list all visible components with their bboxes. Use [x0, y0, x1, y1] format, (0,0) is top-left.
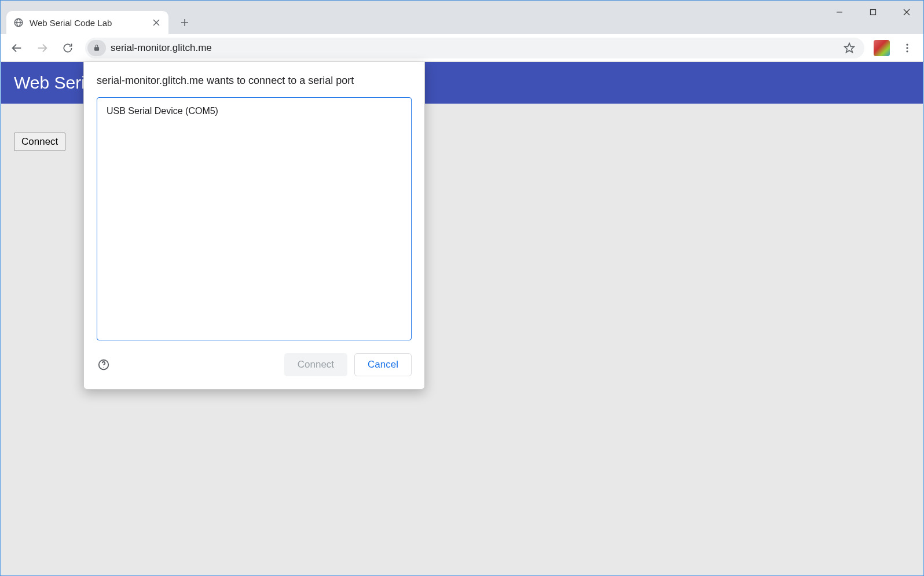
browser-window: Web Serial Code Lab serial-monitor.glitc… — [0, 0, 924, 576]
device-list-item[interactable]: USB Serial Device (COM5) — [97, 101, 411, 121]
window-minimize-button[interactable] — [823, 1, 856, 24]
address-bar[interactable]: serial-monitor.glitch.me — [85, 38, 864, 58]
svg-point-14 — [906, 43, 908, 45]
svg-point-18 — [103, 367, 104, 368]
extension-icon[interactable] — [874, 40, 890, 56]
back-button[interactable] — [5, 36, 28, 60]
svg-point-16 — [906, 50, 908, 52]
lock-icon[interactable] — [87, 40, 106, 56]
globe-icon — [13, 17, 24, 28]
forward-button[interactable] — [31, 36, 54, 60]
window-close-button[interactable] — [890, 1, 923, 24]
browser-menu-button[interactable] — [896, 36, 919, 60]
tab-title: Web Serial Code Lab — [30, 18, 145, 28]
help-icon[interactable] — [97, 358, 111, 372]
titlebar — [1, 1, 923, 6]
serial-port-dialog: serial-monitor.glitch.me wants to connec… — [83, 62, 425, 390]
dialog-title: serial-monitor.glitch.me wants to connec… — [97, 75, 412, 87]
svg-point-15 — [906, 47, 908, 49]
svg-rect-1 — [871, 10, 876, 15]
tab-close-button[interactable] — [151, 17, 162, 28]
device-list[interactable]: USB Serial Device (COM5) — [97, 97, 412, 340]
new-tab-button[interactable] — [174, 12, 195, 33]
browser-toolbar: serial-monitor.glitch.me — [1, 34, 923, 62]
reload-button[interactable] — [56, 36, 79, 60]
window-controls — [823, 1, 923, 24]
page-connect-button[interactable]: Connect — [14, 133, 65, 151]
svg-marker-13 — [845, 43, 855, 52]
browser-tab[interactable]: Web Serial Code Lab — [6, 11, 168, 34]
page-viewport: Web Serial Connect serial-monitor.glitch… — [1, 62, 923, 575]
dialog-cancel-button[interactable]: Cancel — [354, 353, 412, 376]
window-maximize-button[interactable] — [856, 1, 890, 24]
dialog-connect-button[interactable]: Connect — [284, 353, 347, 376]
dialog-footer: Connect Cancel — [97, 353, 412, 376]
tab-strip: Web Serial Code Lab — [1, 6, 923, 34]
url-text: serial-monitor.glitch.me — [111, 42, 834, 54]
bookmark-star-icon[interactable] — [839, 38, 860, 58]
